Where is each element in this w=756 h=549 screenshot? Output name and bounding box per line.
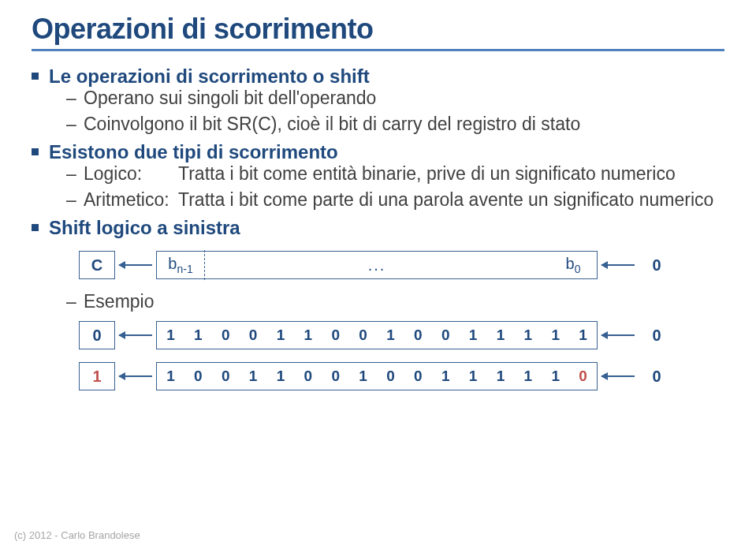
bit-cell: 1 — [487, 363, 515, 390]
bit-cell: 0 — [432, 322, 460, 349]
bit-cell: 0 — [349, 322, 377, 349]
example-row-2: 1 1 0 0 1 1 0 0 1 0 0 1 1 1 1 1 0 0 — [79, 361, 724, 391]
def-val-logico: Tratta i bit come entità binarie, prive … — [178, 163, 724, 185]
bit-msb-label: bn-1 — [157, 255, 204, 275]
input-zero: 0 — [639, 251, 675, 279]
arrow-left-icon — [115, 375, 156, 377]
arrow-left-icon — [598, 264, 639, 266]
carry-box: C — [79, 251, 115, 279]
sub-item-esempio: Esempio — [49, 291, 724, 312]
bullet-text: Shift logico a sinistra — [49, 217, 240, 238]
arrow-left-icon — [598, 375, 639, 377]
dashed-divider — [204, 250, 205, 280]
bit-register: 1 1 0 0 1 1 0 0 1 0 0 1 1 1 1 1 — [156, 321, 598, 349]
bit-cell: 1 — [460, 322, 487, 349]
footer-copyright: (c) 2012 - Carlo Brandolese — [14, 529, 140, 541]
bit-cell: 1 — [157, 363, 184, 390]
bit-cell: 1 — [184, 322, 212, 349]
ellipsis: ... — [204, 256, 549, 274]
bullet-two-types: Esistono due tipi di scorrimento Logico:… — [32, 141, 724, 211]
def-key-logico: Logico: — [84, 163, 178, 185]
bit-cell: 1 — [487, 322, 515, 349]
def-val-arit: Tratta i bit come parte di una parola av… — [178, 189, 724, 211]
bullet-shift-left: Shift logico a sinistra — [32, 217, 724, 239]
carry-box: 0 — [79, 321, 115, 349]
bit-register: 1 0 0 1 1 0 0 1 0 0 1 1 1 1 1 0 — [156, 362, 598, 390]
page-title: Operazioni di scorrimento — [32, 13, 724, 46]
bullet-text: Esistono due tipi di scorrimento — [49, 141, 338, 162]
bit-cell: 0 — [322, 363, 349, 390]
bit-cell: 1 — [294, 322, 322, 349]
bit-cell: 1 — [569, 322, 597, 349]
sub-item-logico: Logico: Tratta i bit come entità binarie… — [49, 163, 724, 185]
bit-cell: 0 — [212, 322, 240, 349]
bullet-text: Le operazioni di scorrimento o shift — [49, 65, 370, 87]
bit-cell: 0 — [184, 363, 212, 390]
bit-cell: 1 — [432, 363, 460, 390]
bit-lsb-label: b0 — [549, 255, 597, 275]
bit-cell: 1 — [267, 363, 295, 390]
bit-cell: 0 — [240, 322, 267, 349]
input-bit: 0 — [639, 362, 675, 390]
bit-cell: 0 — [404, 363, 432, 390]
register-box: bn-1 ... b0 — [156, 251, 598, 279]
bit-cell: 1 — [349, 363, 377, 390]
sub-item-aritmetico: Aritmetico: Tratta i bit come parte di u… — [49, 189, 724, 211]
bit-cell: 1 — [514, 322, 542, 349]
example-diagram: 0 1 1 0 0 1 1 0 0 1 0 0 1 1 1 1 1 0 — [79, 320, 724, 391]
shift-diagram: C bn-1 ... b0 0 — [79, 250, 724, 280]
sub-item: Operano sui singoli bit dell'operando — [49, 88, 724, 109]
carry-box: 1 — [79, 362, 115, 390]
sub-item: Coinvolgono il bit SR(C), cioè il bit di… — [49, 114, 724, 135]
bit-cell: 0 — [404, 322, 432, 349]
bit-cell: 0 — [212, 363, 240, 390]
bit-cell: 1 — [542, 363, 569, 390]
def-key-arit: Aritmetico: — [84, 189, 178, 211]
input-bit: 0 — [639, 321, 675, 349]
bit-cell: 1 — [514, 363, 542, 390]
bit-cell: 0 — [377, 363, 404, 390]
bit-cell: 0 — [294, 363, 322, 390]
bit-cell-shifted-in: 0 — [569, 363, 597, 390]
example-row-1: 0 1 1 0 0 1 1 0 0 1 0 0 1 1 1 1 1 0 — [79, 320, 724, 350]
diagram-row-generic: C bn-1 ... b0 0 — [79, 250, 724, 280]
arrow-left-icon — [115, 264, 156, 266]
bit-cell: 1 — [377, 322, 404, 349]
arrow-left-icon — [598, 334, 639, 336]
bit-cell: 0 — [322, 322, 349, 349]
bit-cell: 1 — [240, 363, 267, 390]
bit-cell: 1 — [542, 322, 569, 349]
arrow-left-icon — [115, 334, 156, 336]
bit-cell: 1 — [460, 363, 487, 390]
bit-cell: 1 — [267, 322, 295, 349]
bit-cell: 1 — [157, 322, 184, 349]
title-divider — [32, 49, 724, 51]
bullet-shift-ops: Le operazioni di scorrimento o shift Ope… — [32, 65, 724, 135]
